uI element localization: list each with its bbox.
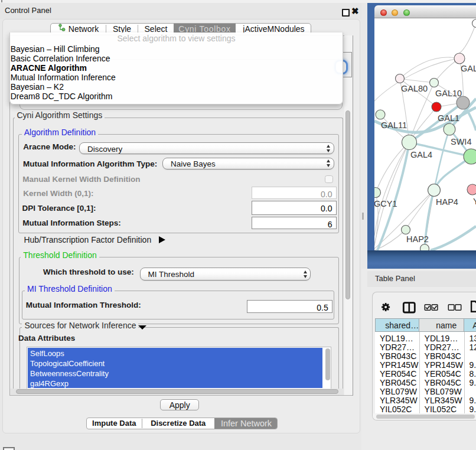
svg-text:SWI4: SWI4 xyxy=(451,137,471,146)
svg-text:Y: Y xyxy=(473,197,476,206)
svg-text:HAP2: HAP2 xyxy=(406,234,429,244)
svg-text:GCY1: GCY1 xyxy=(374,199,397,208)
svg-text:HAP4: HAP4 xyxy=(436,197,458,207)
svg-text:GAL4: GAL4 xyxy=(410,150,432,159)
svg-text:GAL: GAL xyxy=(461,64,476,73)
svg-text:GAL11: GAL11 xyxy=(381,120,407,130)
svg-text:GAL10: GAL10 xyxy=(435,89,462,98)
svg-text:GAL80: GAL80 xyxy=(401,84,428,93)
svg-text:GAL1: GAL1 xyxy=(438,113,459,123)
